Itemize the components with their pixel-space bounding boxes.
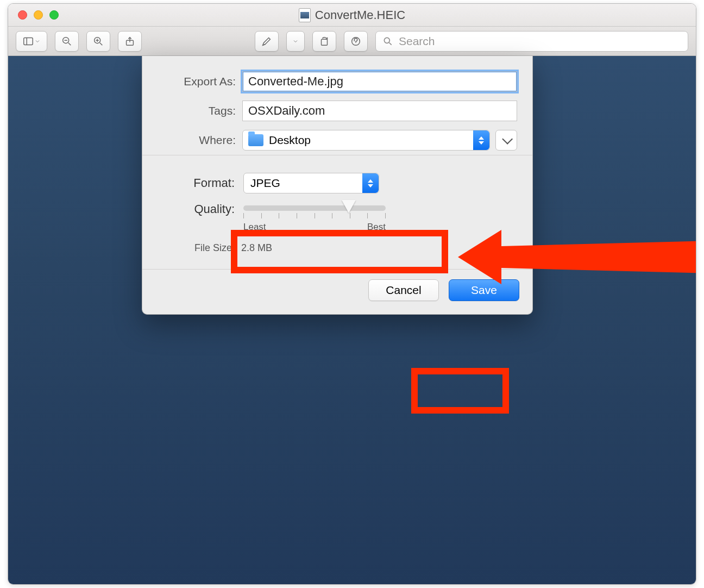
zoom-out-button[interactable] [55,31,79,52]
expand-save-dialog-button[interactable] [495,130,517,151]
markup-button[interactable] [255,31,279,52]
rotate-button[interactable] [312,31,336,52]
svg-rect-12 [322,39,328,45]
minimize-window-button[interactable] [34,10,43,20]
slider-thumb[interactable] [342,200,356,213]
folder-icon [248,134,263,146]
svg-line-3 [68,42,71,45]
where-popup[interactable]: Desktop [242,130,490,151]
window-title: ConvertMe.HEIC [315,8,405,22]
updown-icon [362,173,379,193]
window-controls [18,10,59,20]
search-input[interactable] [399,35,681,48]
search-field[interactable] [375,31,688,52]
document-viewport: Export As: Tags: Where: Desktop [8,56,696,584]
svg-line-15 [389,42,392,45]
svg-rect-0 [24,37,33,45]
toolbar [8,27,696,56]
quality-best-label: Best [367,222,386,233]
save-button[interactable]: Save [449,279,519,301]
zoom-in-button[interactable] [86,31,110,52]
export-sheet: Export As: Tags: Where: Desktop [142,56,533,315]
export-as-label: Export As: [158,75,242,88]
titlebar: ConvertMe.HEIC [8,4,696,27]
sidebar-toggle-button[interactable] [16,31,47,52]
share-button[interactable] [118,31,142,52]
tags-label: Tags: [158,104,242,117]
markup-menu-button[interactable] [286,31,305,52]
where-label: Where: [158,134,242,147]
svg-line-6 [100,42,103,45]
chevron-down-icon [502,134,513,145]
annotation-highlight-save [411,368,509,414]
format-label: Format: [163,176,235,190]
close-window-button[interactable] [18,10,27,20]
document-icon [299,8,311,22]
format-popup[interactable]: JPEG [243,173,379,193]
filesize-label: File Size: [163,242,235,254]
tags-input[interactable] [242,101,517,121]
filesize-value: 2.8 MB [241,242,272,254]
divider [142,155,532,155]
annotate-toolbar-button[interactable] [344,31,368,52]
export-filename-input[interactable] [242,71,517,92]
updown-icon [473,130,489,150]
where-value: Desktop [268,134,311,147]
cancel-button[interactable]: Cancel [368,279,439,301]
search-icon [382,36,393,47]
quality-label: Quality: [163,202,235,216]
svg-point-14 [384,37,389,43]
quality-least-label: Least [243,222,266,233]
zoom-window-button[interactable] [49,10,59,20]
format-value: JPEG [250,177,280,190]
preview-window: ConvertMe.HEIC [8,3,696,585]
quality-slider[interactable]: Least Best [243,202,386,233]
